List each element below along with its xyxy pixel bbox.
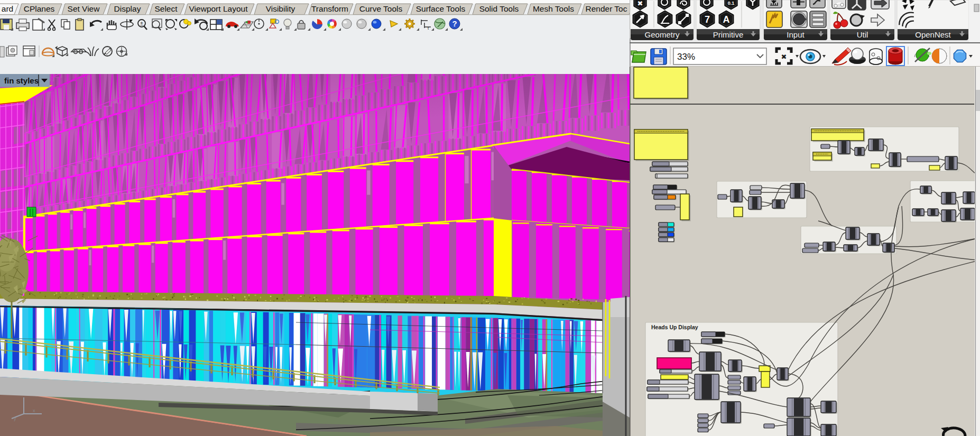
svg-text:Render Toc: Render Toc [586,4,627,13]
svg-text:Heads Up Display: Heads Up Display [651,324,698,330]
svg-text:Visibility: Visibility [266,4,295,13]
svg-text:ard: ard [2,4,13,13]
svg-text:fin styles: fin styles [4,76,39,85]
svg-text:0.1: 0.1 [728,1,735,6]
svg-text:CPlanes: CPlanes [24,4,55,13]
svg-text:Mesh Tools: Mesh Tools [533,4,574,13]
svg-text:?: ? [452,19,457,28]
svg-text:x: x [33,408,35,413]
svg-text:A: A [723,14,730,25]
svg-text:Util: Util [857,30,868,39]
svg-text:33%: 33% [677,52,695,62]
svg-text:y: y [14,416,16,421]
svg-text:Select: Select [154,4,178,13]
svg-text:Transform: Transform [311,4,348,13]
svg-text:±: ± [140,21,143,26]
svg-text:Geometry: Geometry [645,30,680,39]
svg-text:7: 7 [705,14,710,25]
svg-text:Display: Display [114,4,141,13]
svg-text:✖: ✖ [781,53,787,61]
svg-text:Solid Tools: Solid Tools [479,4,519,13]
svg-text:Primitive: Primitive [713,30,744,39]
svg-text:OpenNest: OpenNest [915,30,951,39]
svg-text:Viewport Layout: Viewport Layout [189,4,248,13]
svg-text:Set View: Set View [68,4,100,13]
svg-text:Input: Input [787,30,805,39]
svg-text:✖: ✖ [637,0,643,7]
svg-text:Surface Tools: Surface Tools [416,4,466,13]
svg-text:Curve Tools: Curve Tools [359,4,403,13]
